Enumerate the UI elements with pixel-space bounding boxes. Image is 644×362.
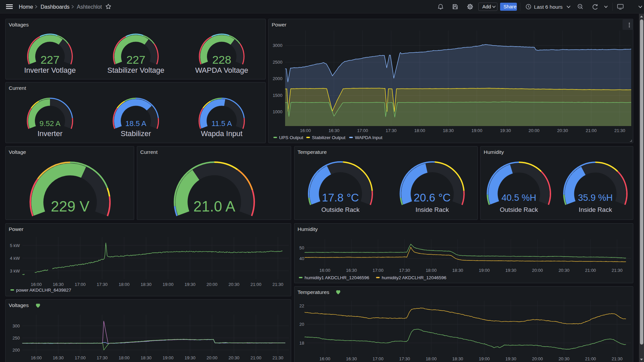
- svg-text:18.5 A: 18.5 A: [125, 119, 147, 128]
- svg-text:Share: Share: [503, 4, 517, 9]
- svg-text:Humidity: Humidity: [298, 226, 318, 232]
- svg-text:21:00: 21:00: [585, 356, 596, 361]
- svg-text:9.52 A: 9.52 A: [40, 119, 61, 128]
- svg-text:16:00: 16:00: [319, 268, 330, 273]
- svg-text:Current: Current: [9, 85, 26, 91]
- svg-text:16:30: 16:30: [53, 282, 64, 287]
- svg-text:Humidity: Humidity: [484, 149, 504, 155]
- svg-text:Outside Rack: Outside Rack: [321, 206, 360, 213]
- svg-text:18:00: 18:00: [426, 268, 437, 273]
- svg-text:21:30: 21:30: [612, 356, 623, 361]
- svg-text:Dashboards: Dashboards: [41, 4, 69, 10]
- svg-text:20:30: 20:30: [228, 355, 239, 360]
- svg-text:228: 228: [212, 53, 231, 66]
- svg-text:Inverter Votlage: Inverter Votlage: [24, 66, 76, 74]
- svg-text:humidity1 AKDCLHR_12046596: humidity1 AKDCLHR_12046596: [305, 275, 369, 280]
- svg-text:Voltage: Voltage: [9, 149, 26, 155]
- svg-text:Outside Rack: Outside Rack: [500, 206, 538, 213]
- svg-text:250: 250: [12, 336, 20, 341]
- svg-text:17.8 °C: 17.8 °C: [322, 191, 359, 204]
- svg-text:Stabilizer Voltage: Stabilizer Voltage: [107, 66, 164, 74]
- svg-text:Home: Home: [19, 4, 33, 10]
- svg-text:20: 20: [300, 322, 304, 327]
- svg-text:19:00: 19:00: [479, 356, 490, 361]
- svg-text:2000: 2000: [273, 76, 282, 81]
- svg-text:WAPDA Input: WAPDA Input: [355, 135, 382, 140]
- svg-text:17:00: 17:00: [75, 355, 86, 360]
- svg-text:17:00: 17:00: [357, 128, 368, 133]
- svg-text:18:30: 18:30: [443, 128, 454, 133]
- svg-text:Temperatures: Temperatures: [298, 289, 329, 295]
- svg-text:18:30: 18:30: [141, 282, 152, 287]
- svg-text:Inverter: Inverter: [38, 129, 63, 138]
- svg-text:Power: Power: [9, 226, 23, 232]
- svg-text:20:00: 20:00: [529, 128, 540, 133]
- svg-text:18:30: 18:30: [141, 355, 152, 360]
- svg-text:18: 18: [300, 341, 304, 346]
- svg-text:20:30: 20:30: [228, 282, 239, 287]
- svg-text:humidity2 AKDCLHR_12046596: humidity2 AKDCLHR_12046596: [382, 275, 446, 280]
- svg-text:17:30: 17:30: [386, 128, 397, 133]
- svg-text:16:00: 16:00: [31, 282, 42, 287]
- svg-text:16:30: 16:30: [53, 355, 64, 360]
- svg-text:17:30: 17:30: [399, 356, 410, 361]
- svg-text:11.5 A: 11.5 A: [212, 119, 232, 128]
- svg-text:21:00: 21:00: [251, 282, 262, 287]
- svg-text:Inside Rack: Inside Rack: [416, 206, 449, 213]
- svg-text:19:00: 19:00: [479, 268, 490, 273]
- svg-text:Add: Add: [482, 4, 491, 9]
- svg-text:19:00: 19:00: [163, 282, 174, 287]
- svg-text:Power: Power: [272, 22, 286, 27]
- svg-text:19:30: 19:30: [505, 356, 517, 361]
- svg-text:19:30: 19:30: [184, 355, 196, 360]
- svg-text:17:00: 17:00: [75, 282, 86, 287]
- svg-text:17:00: 17:00: [373, 356, 384, 361]
- svg-text:19:00: 19:00: [471, 128, 482, 133]
- svg-text:Voltages: Voltages: [9, 22, 29, 27]
- svg-text:227: 227: [126, 53, 146, 66]
- svg-text:21:30: 21:30: [612, 268, 623, 273]
- svg-text:3 kW: 3 kW: [10, 268, 20, 274]
- svg-text:19:30: 19:30: [500, 128, 511, 133]
- svg-text:21:30: 21:30: [272, 355, 283, 360]
- svg-text:Current: Current: [140, 149, 158, 155]
- svg-text:20:00: 20:00: [532, 268, 543, 273]
- svg-text:18:00: 18:00: [426, 356, 437, 361]
- svg-text:20:00: 20:00: [207, 355, 218, 360]
- svg-text:17:00: 17:00: [373, 268, 384, 273]
- svg-text:19:30: 19:30: [184, 282, 196, 287]
- svg-text:19:00: 19:00: [163, 355, 174, 360]
- svg-text:Stabilizer Output: Stabilizer Output: [312, 135, 345, 140]
- svg-text:18:00: 18:00: [119, 355, 130, 360]
- svg-text:16:00: 16:00: [31, 355, 42, 360]
- svg-text:16:00: 16:00: [319, 356, 330, 361]
- svg-text:17:30: 17:30: [97, 282, 108, 287]
- svg-text:300: 300: [12, 323, 20, 328]
- svg-text:20:30: 20:30: [557, 128, 568, 133]
- svg-text:Wapda Input: Wapda Input: [201, 129, 243, 138]
- svg-text:Ashtechlot: Ashtechlot: [77, 4, 102, 10]
- svg-text:50: 50: [300, 245, 304, 250]
- svg-text:227: 227: [41, 53, 60, 66]
- svg-text:5 kW: 5 kW: [10, 243, 20, 248]
- svg-text:20:00: 20:00: [207, 282, 218, 287]
- svg-text:40.5 %H: 40.5 %H: [501, 193, 536, 203]
- svg-text:Last 6 hours: Last 6 hours: [534, 4, 563, 10]
- svg-text:19:30: 19:30: [505, 268, 517, 273]
- svg-text:200: 200: [12, 348, 20, 353]
- svg-text:17:30: 17:30: [97, 355, 108, 360]
- svg-text:21:00: 21:00: [251, 355, 262, 360]
- svg-text:22: 22: [300, 303, 304, 308]
- svg-text:229 V: 229 V: [51, 198, 90, 215]
- svg-text:21:30: 21:30: [272, 282, 283, 287]
- svg-text:40: 40: [300, 256, 304, 261]
- svg-text:21.0 A: 21.0 A: [194, 198, 235, 215]
- svg-text:power AKDCLHR_6439827: power AKDCLHR_6439827: [16, 288, 71, 293]
- svg-text:17:30: 17:30: [399, 268, 410, 273]
- svg-text:Stabilizer: Stabilizer: [121, 129, 151, 138]
- svg-text:35.9 %H: 35.9 %H: [578, 193, 613, 203]
- svg-text:18:00: 18:00: [414, 128, 425, 133]
- svg-text:Temperature: Temperature: [298, 149, 327, 155]
- svg-text:3000: 3000: [273, 43, 282, 48]
- svg-text:WAPDA Voltage: WAPDA Voltage: [195, 66, 248, 74]
